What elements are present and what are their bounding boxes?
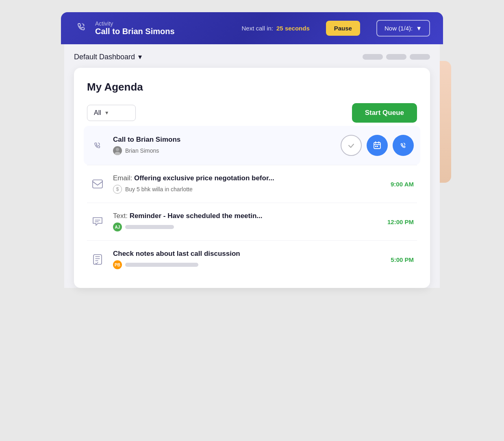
agenda-list: Call to Brian Simons Brian Simons — [87, 126, 417, 278]
item-content-call: Call to Brian Simons Brian Simons — [113, 136, 332, 155]
phone-call-button[interactable] — [393, 135, 414, 156]
avatar-pb: PB — [113, 260, 122, 269]
email-time: 9:00 AM — [391, 181, 414, 188]
svg-rect-3 — [374, 143, 380, 149]
email-icon-wrap — [90, 179, 105, 188]
agenda-item-email: Email: Offering exclusive price negotati… — [87, 165, 417, 203]
text-type-label: Text: — [113, 212, 130, 220]
calendar-button[interactable] — [367, 135, 388, 156]
activity-text: Activity Call to Brian Simons — [95, 20, 175, 36]
now-button[interactable]: Now (1/4): ▼ — [376, 20, 430, 37]
pause-button[interactable]: Pause — [326, 21, 360, 36]
agenda-controls: All ▼ Start Queue — [87, 103, 417, 123]
text-icon-wrap — [90, 217, 105, 227]
item-sub-text: AJ — [113, 223, 379, 231]
dashboard-title: Default Dashboard — [74, 53, 135, 61]
agenda-item-call: Call to Brian Simons Brian Simons — [84, 126, 420, 165]
agenda-title: My Agenda — [87, 81, 417, 93]
item-title-email: Email: Offering exclusive price negotati… — [113, 174, 382, 182]
avatar-brian — [113, 146, 122, 155]
dot-2 — [386, 54, 406, 60]
dashboard-dots — [363, 54, 430, 60]
svg-rect-6 — [93, 180, 102, 188]
item-actions-call — [341, 135, 414, 156]
text-time: 12:00 PM — [387, 218, 414, 225]
svg-rect-5 — [377, 146, 378, 147]
agenda-item-task: Check notes about last call discussion P… — [87, 240, 417, 278]
phone-icon — [74, 19, 89, 37]
item-sub-task: PB — [113, 260, 382, 269]
main-card: My Agenda All ▼ Start Queue — [74, 68, 430, 288]
check-button[interactable] — [341, 135, 362, 156]
svg-point-0 — [74, 19, 89, 34]
dashboard-title-row[interactable]: Default Dashboard ▾ — [74, 52, 142, 61]
email-subtitle: Buy 5 bhk willa in charlotte — [125, 186, 193, 192]
item-sub-call: Brian Simons — [113, 146, 332, 155]
filter-select[interactable]: All ▼ — [87, 105, 136, 121]
item-title-task: Check notes about last call discussion — [113, 250, 382, 258]
activity-label: Activity — [95, 20, 175, 27]
start-queue-button[interactable]: Start Queue — [352, 103, 417, 123]
filter-value: All — [94, 109, 101, 117]
countdown-timer: 25 seconds — [276, 25, 310, 32]
now-chevron-icon: ▼ — [416, 25, 422, 32]
item-title-text: Text: Reminder - Have scheduled the meet… — [113, 212, 379, 220]
item-sub-email: $ Buy 5 bhk willa in charlotte — [113, 185, 382, 194]
brian-simons-name: Brian Simons — [125, 147, 159, 154]
dashboard-chevron-icon: ▾ — [138, 52, 142, 61]
now-label: Now (1/4): — [385, 25, 413, 32]
activity-center: Next call in: 25 seconds — [242, 25, 310, 32]
text-sub-bar — [125, 225, 174, 229]
task-icon-wrap — [90, 254, 105, 265]
activity-bar: Activity Call to Brian Simons Next call … — [61, 12, 443, 44]
activity-call-title: Call to Brian Simons — [95, 27, 175, 36]
svg-point-2 — [115, 152, 120, 155]
task-sub-bar — [125, 263, 198, 267]
svg-rect-4 — [375, 146, 376, 147]
dot-3 — [410, 54, 430, 60]
agenda-item-text: Text: Reminder - Have scheduled the meet… — [87, 203, 417, 240]
dashboard-area: Default Dashboard ▾ My Agenda All ▼ — [64, 44, 440, 288]
email-type-label: Email: — [113, 174, 134, 182]
filter-chevron-icon: ▼ — [104, 110, 109, 116]
text-title-text: Reminder - Have scheduled the meetin... — [130, 212, 263, 220]
item-content-email: Email: Offering exclusive price negotati… — [113, 174, 382, 194]
dashboard-header: Default Dashboard ▾ — [74, 52, 430, 68]
svg-point-1 — [116, 148, 119, 151]
call-icon-wrap — [90, 140, 105, 151]
activity-left: Activity Call to Brian Simons — [74, 19, 226, 37]
next-call-label: Next call in: — [242, 25, 274, 32]
item-content-text: Text: Reminder - Have scheduled the meet… — [113, 212, 379, 231]
dollar-icon: $ — [113, 185, 122, 194]
task-time: 5:00 PM — [391, 256, 414, 263]
item-title-call: Call to Brian Simons — [113, 136, 332, 144]
avatar-aj: AJ — [113, 223, 122, 231]
item-content-task: Check notes about last call discussion P… — [113, 250, 382, 269]
email-title-text: Offering exclusive price negotation befo… — [134, 174, 274, 182]
dot-1 — [363, 54, 383, 60]
